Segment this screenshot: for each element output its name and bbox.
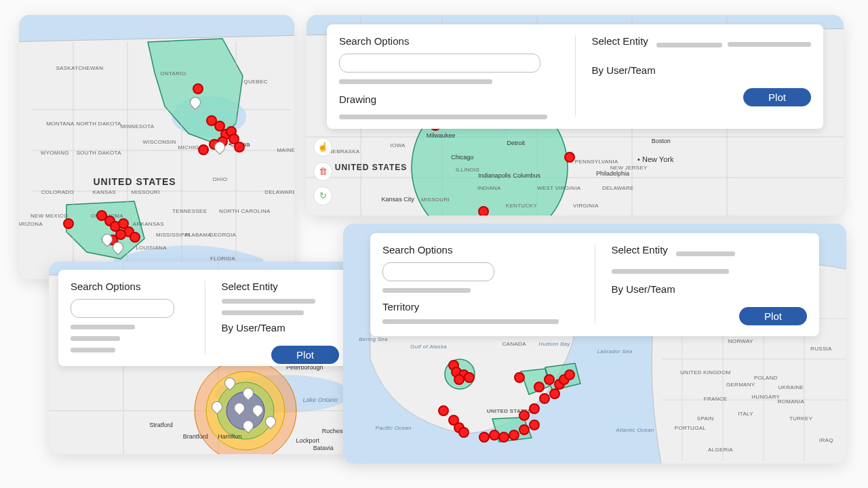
label-stratford: Stratford [149,422,173,428]
label-newyork: • New York [637,155,673,163]
map-marker[interactable] [478,206,489,216]
trash-icon: 🗑 [319,166,328,176]
search-panel-territory: Search Options Territory Select Entity B… [370,233,819,336]
plot-button[interactable]: Plot [743,88,811,106]
label-lakeontario: Lake Ontario [302,396,338,403]
map-surface[interactable]: UNITED STATES ONTARIO QUEBEC •Ottawa SAS… [19,15,294,279]
map-marker[interactable] [458,427,469,438]
label-france: FRANCE [704,396,728,402]
label-spain: SPAIN [697,415,714,421]
label-united-states: UNITED STATES [93,176,176,187]
map-marker[interactable] [479,432,490,443]
label-kansas: KANSAS [93,189,116,195]
select-entity-label: Select Entity [612,244,668,256]
label-indiana: INDIANA [477,184,501,190]
map-marker[interactable] [519,410,530,421]
map-marker[interactable] [130,232,140,243]
map-marker[interactable] [498,432,509,443]
label-alaska: Gulf of Alaska [410,343,447,349]
search-panel-drawing: Search Options Drawing Select Entity By … [327,24,823,129]
map-marker[interactable] [549,388,560,399]
map-marker[interactable] [564,369,575,380]
map-marker[interactable] [564,152,575,163]
label-kansascity: Kansas City [382,196,414,203]
label-florida: FLORIDA [210,255,235,261]
placeholder-row [339,115,547,119]
by-user-team-label: By User/Team [592,64,656,76]
label-wyoming: WYOMING [41,149,69,155]
map-card-drawing: UNITED STATES MICHIGAN Toronto Milwaukee… [307,15,844,216]
label-detroit: Detroit [507,140,526,146]
label-bering: Bering Sea [359,336,388,342]
by-user-team-label: By User/Team [222,322,340,333]
search-options-label: Search Options [71,281,189,292]
map-marker[interactable] [63,218,74,229]
search-options-label: Search Options [339,35,559,47]
label-missouri: MISSOURI [132,189,160,195]
map-marker[interactable] [234,142,245,152]
label-ohio: OHIO [213,176,228,182]
label-pacific: Pacific Ocean [376,424,412,430]
placeholder-row [728,42,811,47]
label-georgia: GEORGIA [210,231,236,237]
label-colorado: COLORADO [41,189,74,195]
placeholder-row [71,348,115,352]
label-virginia: VIRGINIA [573,203,599,209]
map-marker[interactable] [193,83,203,94]
label-illinois: ILLINOIS [456,166,479,172]
label-ncarolina: NORTH CAROLINA [219,207,271,214]
placeholder-row [612,269,729,274]
map-marker[interactable] [514,372,525,383]
tool-refresh-button[interactable]: ↻ [313,186,332,205]
label-arizona: ARIZONA [19,221,43,227]
placeholder-row [222,299,316,304]
label-ndakota: NORTH DAKOTA [77,120,121,126]
search-input[interactable] [339,54,540,73]
map-marker[interactable] [489,430,500,441]
map-marker[interactable] [544,374,555,385]
label-maine: MAINE [277,146,294,152]
label-columbus: Columbus [513,172,540,179]
placeholder-row [382,319,559,324]
select-entity-label: Select Entity [592,35,648,47]
label-boston: Boston [652,138,671,144]
label-milwaukee: Milwaukee [427,132,456,139]
search-input[interactable] [382,262,494,281]
map-marker[interactable] [464,372,475,383]
search-options-label: Search Options [382,244,578,256]
map-marker[interactable] [519,424,530,435]
map-marker[interactable] [454,374,465,385]
label-germany: GERMANY [726,382,755,388]
label-hudson: Hudson Bay [538,341,570,347]
label-russia: RUSSIA [810,346,832,352]
label-hungary: HUNGARY [751,393,780,399]
map-card-territory: Bering Sea Gulf of Alaska CANADA Hudson … [343,224,846,464]
tool-hand-button[interactable]: ☝ [313,138,332,157]
drawing-label: Drawing [339,94,376,105]
tool-delete-button[interactable]: 🗑 [313,162,332,181]
label-missouri: MISSOURI [421,197,450,203]
label-poland: POLAND [754,374,778,380]
label-quebec: QUEBEC [243,78,268,84]
label-lockport: Lockport [296,437,320,444]
label-sdakota: SOUTH DAKOTA [77,149,121,155]
map-marker[interactable] [539,393,550,404]
label-alabama: ALABAMA [184,231,212,237]
label-romania: ROMANIA [778,398,804,404]
label-pennsylvania: PENNSYLVANIA [575,159,618,165]
map-marker[interactable] [198,144,209,155]
label-ukraine: UKRAINE [778,384,804,390]
search-panel-basic: Search Options Select Entity By User/Tea… [58,270,351,366]
map-marker[interactable] [509,430,519,441]
label-atlantic: Atlantic Ocean [616,427,654,433]
label-united-states: UNITED STATES [335,163,408,172]
map-marker[interactable] [534,382,545,392]
label-labrador: Labrador Sea [597,348,633,354]
plot-button[interactable]: Plot [271,346,339,364]
map-marker[interactable] [529,420,540,430]
plot-button[interactable]: Plot [739,307,807,325]
map-marker[interactable] [438,405,449,416]
search-input[interactable] [71,299,174,318]
map-marker[interactable] [529,403,540,414]
refresh-icon: ↻ [319,190,327,201]
